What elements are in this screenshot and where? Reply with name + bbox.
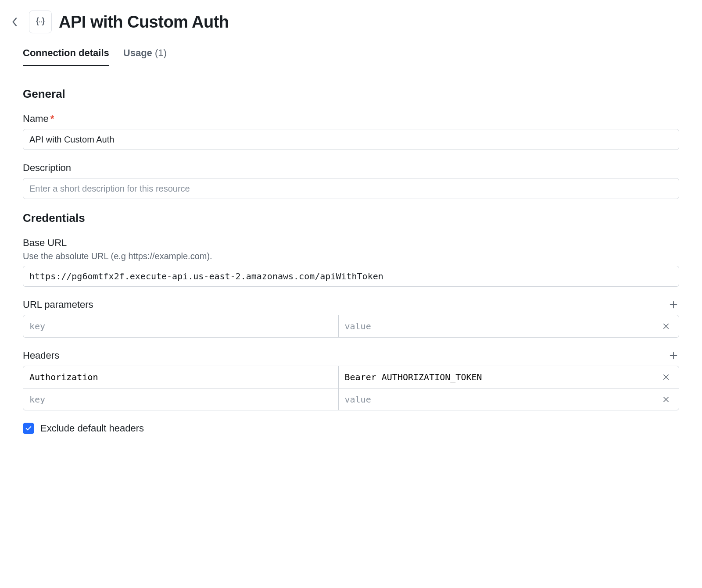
add-url-parameter-button[interactable] xyxy=(668,299,679,310)
headers-label: Headers xyxy=(23,350,59,361)
exclude-default-headers-checkbox[interactable] xyxy=(23,423,34,434)
header-value-input[interactable] xyxy=(339,388,654,410)
header-value-input[interactable] xyxy=(339,366,654,388)
add-header-button[interactable] xyxy=(668,350,679,361)
header-row xyxy=(23,388,679,410)
remove-header-button[interactable] xyxy=(653,388,679,410)
header-key-input[interactable] xyxy=(23,366,338,388)
name-input[interactable] xyxy=(23,129,679,150)
url-parameter-row xyxy=(23,315,679,337)
resource-icon-box xyxy=(29,11,52,33)
tab-label: Connection details xyxy=(23,47,109,58)
tab-label: Usage xyxy=(123,47,152,58)
header-row xyxy=(23,366,679,388)
back-button[interactable] xyxy=(8,15,22,29)
plus-icon xyxy=(669,351,678,360)
baseurl-label: Base URL xyxy=(23,237,679,249)
baseurl-hint: Use the absolute URL (e.g https://exampl… xyxy=(23,251,679,261)
close-icon xyxy=(662,322,670,330)
header-key-input[interactable] xyxy=(23,388,338,410)
tab-usage[interactable]: Usage (1) xyxy=(123,47,167,66)
remove-url-parameter-button[interactable] xyxy=(653,315,679,337)
plus-icon xyxy=(669,300,678,310)
tab-connection-details[interactable]: Connection details xyxy=(23,47,109,66)
close-icon xyxy=(662,373,670,381)
section-heading-general: General xyxy=(23,87,679,101)
chevron-left-icon xyxy=(12,18,18,26)
tab-usage-count: (1) xyxy=(155,47,167,58)
section-heading-credentials: Credentials xyxy=(23,211,679,225)
remove-header-button[interactable] xyxy=(653,366,679,388)
svg-point-1 xyxy=(41,21,42,22)
url-parameters-label: URL parameters xyxy=(23,299,93,310)
exclude-default-headers-label: Exclude default headers xyxy=(40,423,144,434)
check-icon xyxy=(25,425,32,432)
svg-point-0 xyxy=(39,21,40,22)
baseurl-input[interactable] xyxy=(23,266,679,287)
name-label: Name * xyxy=(23,113,679,125)
close-icon xyxy=(662,396,670,403)
description-input[interactable] xyxy=(23,178,679,199)
page-title: API with Custom Auth xyxy=(59,13,229,32)
tabs: Connection details Usage (1) xyxy=(0,37,702,66)
url-parameter-value-input[interactable] xyxy=(339,315,654,337)
required-indicator: * xyxy=(50,113,54,125)
description-label: Description xyxy=(23,162,679,174)
url-parameters-table xyxy=(23,315,679,338)
headers-table xyxy=(23,366,679,410)
url-parameter-key-input[interactable] xyxy=(23,315,338,337)
code-braces-icon xyxy=(34,16,47,28)
